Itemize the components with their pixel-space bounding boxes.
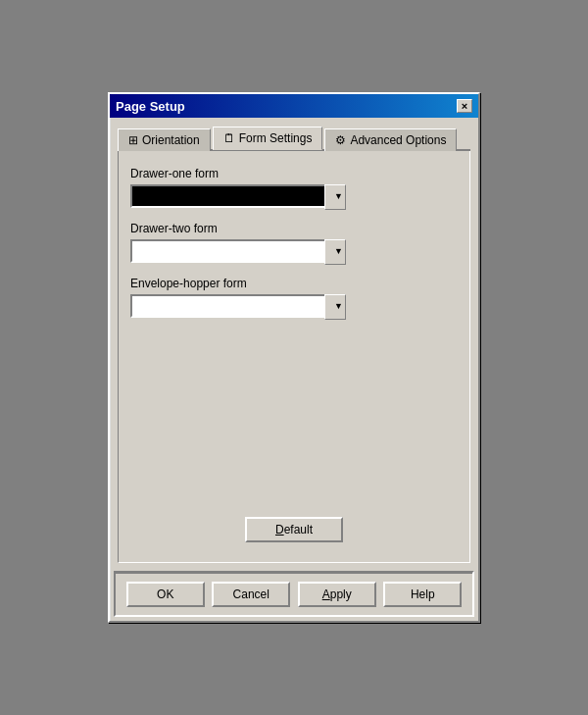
close-button[interactable]: × — [457, 99, 472, 113]
envelope-hopper-label: Envelope-hopper form — [130, 277, 458, 290]
tabs-container: ⊞ Orientation 🗒 Form Settings ⚙ Advanced… — [118, 126, 470, 151]
apply-button[interactable]: Apply — [298, 582, 376, 607]
tab-form-settings-label: Form Settings — [239, 131, 313, 145]
tab-orientation[interactable]: ⊞ Orientation — [118, 128, 211, 152]
ok-button[interactable]: OK — [126, 582, 205, 607]
tab-panel-form-settings: Drawer-one form Drawer-two form En — [118, 151, 470, 563]
tab-advanced-options[interactable]: ⚙ Advanced Options — [324, 128, 457, 152]
title-bar: Page Setup × — [110, 94, 478, 118]
window-title: Page Setup — [116, 99, 185, 114]
advanced-options-icon: ⚙ — [335, 133, 346, 147]
default-button-container: Default — [119, 517, 469, 542]
envelope-hopper-select[interactable] — [130, 294, 346, 318]
tab-orientation-label: Orientation — [142, 133, 200, 147]
cancel-button[interactable]: Cancel — [212, 582, 290, 607]
envelope-hopper-select-wrapper — [130, 294, 346, 318]
tab-advanced-options-label: Advanced Options — [350, 133, 446, 147]
form-settings-icon: 🗒 — [223, 131, 235, 145]
drawer-two-select[interactable] — [130, 239, 346, 263]
drawer-one-group: Drawer-one form — [130, 167, 458, 208]
default-button-label: Default — [275, 523, 313, 536]
drawer-two-select-wrapper — [130, 239, 346, 263]
drawer-one-label: Drawer-one form — [130, 167, 458, 180]
drawer-one-select-wrapper — [130, 184, 346, 208]
drawer-two-label: Drawer-two form — [130, 222, 458, 235]
page-setup-dialog: Page Setup × ⊞ Orientation 🗒 Form Settin… — [108, 92, 480, 623]
apply-button-label: Apply — [322, 587, 352, 601]
envelope-hopper-group: Envelope-hopper form — [130, 277, 458, 318]
help-button[interactable]: Help — [383, 582, 462, 607]
dialog-content: ⊞ Orientation 🗒 Form Settings ⚙ Advanced… — [110, 118, 478, 571]
drawer-one-select[interactable] — [130, 184, 346, 208]
footer-border: OK Cancel Apply Help — [114, 571, 474, 617]
tab-form-settings[interactable]: 🗒 Form Settings — [213, 127, 323, 150]
orientation-icon: ⊞ — [128, 133, 138, 147]
drawer-two-group: Drawer-two form — [130, 222, 458, 263]
default-button[interactable]: Default — [245, 517, 343, 542]
footer-buttons: OK Cancel Apply Help — [116, 573, 472, 615]
